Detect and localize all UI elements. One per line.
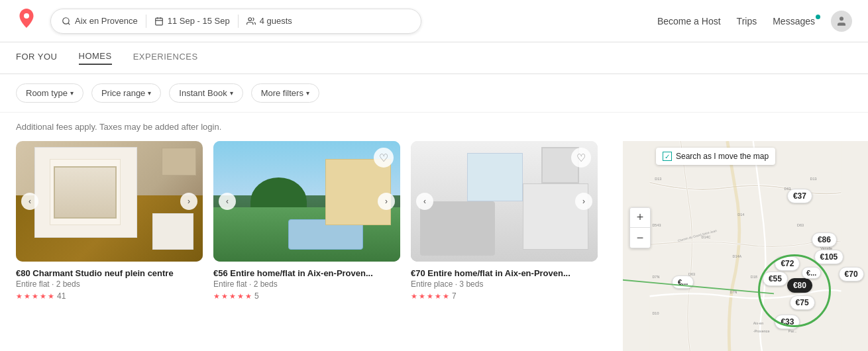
tab-homes[interactable]: HOMES [79, 51, 112, 65]
prev-image-3[interactable]: ‹ [416, 193, 433, 210]
tab-experiences[interactable]: EXPERIENCES [133, 52, 198, 64]
star-2-5: ★ [245, 292, 252, 301]
price-range-filter[interactable]: Price range ▾ [91, 83, 161, 103]
listing-image-2: ♡ ‹ › [213, 141, 400, 262]
star-1-5: ★ [48, 292, 54, 301]
star-2-3: ★ [229, 292, 236, 301]
instant-book-filter[interactable]: Instant Book ▾ [169, 83, 243, 103]
review-count-1: 41 [57, 291, 66, 301]
price-marker-other[interactable]: €... [802, 267, 821, 279]
search-divider-2 [238, 15, 239, 28]
svg-text:D13: D13 [810, 177, 817, 181]
zoom-in-button[interactable]: + [630, 208, 650, 228]
star-2-4: ★ [237, 292, 244, 301]
heart-icon-3: ♡ [576, 152, 586, 164]
main-nav: FOR YOU HOMES EXPERIENCES [0, 42, 868, 74]
price-marker-37[interactable]: €37 [787, 189, 812, 203]
svg-text:D7N: D7N [730, 290, 737, 294]
price-marker-105[interactable]: €105 [814, 250, 844, 264]
svg-rect-1 [155, 18, 162, 25]
svg-text:D13: D13 [655, 177, 661, 181]
wishlist-btn-2[interactable]: ♡ [374, 148, 394, 168]
svg-text:D63: D63 [797, 223, 804, 227]
zoom-out-button[interactable]: − [630, 228, 650, 248]
room-type-filter[interactable]: Room type ▾ [16, 83, 83, 103]
svg-point-0 [63, 17, 69, 23]
listing-title-1: €80 Charmant Studio neuf plein centre [16, 268, 203, 278]
price-marker-left[interactable]: €... [672, 276, 694, 289]
listing-card-1[interactable]: ♡ ‹ › €80 Charmant Studio neuf plein cen… [16, 141, 203, 301]
price-marker-55[interactable]: €55 [763, 272, 788, 286]
map-panel[interactable]: D13 D14C D14 D543 D7N D63 D14A D18 D10 A… [623, 141, 868, 351]
search-bar[interactable]: Aix en Provence 11 Sep - 15 Sep 4 guests [50, 9, 421, 34]
messages-notification-dot [816, 15, 820, 19]
price-marker-80[interactable]: €80 [787, 278, 812, 293]
star-1-4: ★ [40, 292, 46, 301]
listing-info-1: €80 Charmant Studio neuf plein centre En… [16, 262, 203, 301]
review-count-3: 7 [452, 291, 457, 301]
star-3-5: ★ [443, 292, 449, 301]
wishlist-btn-1[interactable]: ♡ [176, 148, 196, 168]
listing-subtitle-1: Entire flat · 2 beds [16, 279, 203, 289]
location-section[interactable]: Aix en Provence [62, 16, 138, 26]
guests-icon [246, 17, 256, 26]
price-marker-72[interactable]: €72 [775, 256, 800, 271]
listing-card-2[interactable]: ♡ ‹ › €56 Entire home/flat in Aix-en-Pro… [213, 141, 400, 301]
room-type-chevron: ▾ [70, 89, 74, 97]
next-image-1[interactable]: › [180, 193, 197, 210]
listing-rating-1: ★ ★ ★ ★ ★ 41 [16, 291, 203, 301]
star-3-3: ★ [427, 292, 433, 301]
listing-subtitle-2: Entire flat · 2 beds [213, 279, 400, 289]
guests-value: 4 guests [260, 16, 292, 26]
svg-text:D543: D543 [652, 223, 661, 227]
svg-text:D14: D14 [737, 213, 744, 217]
tab-for-you[interactable]: FOR YOU [16, 52, 58, 64]
notice-bar: Additional fees apply. Taxes may be adde… [0, 113, 868, 141]
svg-text:D7N: D7N [652, 275, 659, 279]
airbnb-logo[interactable] [16, 8, 37, 34]
more-filters-button[interactable]: More filters ▾ [251, 83, 319, 103]
svg-text:D14A: D14A [732, 254, 741, 258]
checkbox-check: ✓ [665, 153, 670, 160]
price-marker-33[interactable]: €33 [775, 315, 800, 329]
price-marker-70[interactable]: €70 [839, 267, 864, 281]
price-marker-75[interactable]: €75 [790, 295, 815, 310]
next-image-3[interactable]: › [575, 193, 592, 210]
calendar-icon [154, 17, 164, 26]
dates-section[interactable]: 11 Sep - 15 Sep [154, 16, 230, 26]
review-count-2: 5 [254, 291, 259, 301]
star-3-4: ★ [435, 292, 441, 301]
search-icon [62, 17, 71, 26]
trips-link[interactable]: Trips [737, 16, 757, 26]
zoom-controls: + − [629, 207, 651, 248]
search-as-move[interactable]: ✓ Search as I move the map [656, 148, 775, 165]
user-icon [836, 15, 847, 27]
header-right: Become a Host Trips Messages [657, 11, 852, 32]
listing-card-3[interactable]: ♡ ‹ › €70 Entire home/flat in Aix-en-Pro… [411, 141, 598, 301]
search-move-checkbox[interactable]: ✓ [663, 152, 672, 161]
listing-rating-3: ★ ★ ★ ★ ★ 7 [411, 291, 598, 301]
become-host-link[interactable]: Become a Host [657, 16, 721, 26]
wishlist-btn-3[interactable]: ♡ [571, 148, 591, 168]
location-value: Aix en Provence [75, 16, 138, 26]
svg-point-2 [248, 17, 252, 21]
guests-section[interactable]: 4 guests [246, 16, 292, 26]
price-marker-86[interactable]: €86 [812, 232, 837, 247]
messages-link[interactable]: Messages [773, 16, 815, 26]
star-3-1: ★ [411, 292, 417, 301]
next-image-2[interactable]: › [378, 193, 395, 210]
listing-image-1: ♡ ‹ › [16, 141, 203, 262]
dates-value: 11 Sep - 15 Sep [168, 16, 230, 26]
prev-image-1[interactable]: ‹ [21, 193, 38, 210]
listing-title-2: €56 Entire home/flat in Aix-en-Proven... [213, 268, 400, 278]
map-background: D13 D14C D14 D543 D7N D63 D14A D18 D10 A… [623, 141, 868, 351]
search-divider-1 [146, 15, 146, 28]
prev-image-2[interactable]: ‹ [219, 193, 236, 210]
svg-text:Aix-en: Aix-en [753, 321, 763, 325]
listing-info-2: €56 Entire home/flat in Aix-en-Proven...… [213, 262, 400, 301]
heart-icon-2: ♡ [379, 152, 388, 164]
heart-icon-1: ♡ [182, 152, 191, 164]
listing-title-3: €70 Entire home/flat in Aix-en-Proven... [411, 268, 598, 278]
user-menu[interactable] [831, 11, 852, 32]
filters-bar: Room type ▾ Price range ▾ Instant Book ▾… [0, 74, 868, 113]
